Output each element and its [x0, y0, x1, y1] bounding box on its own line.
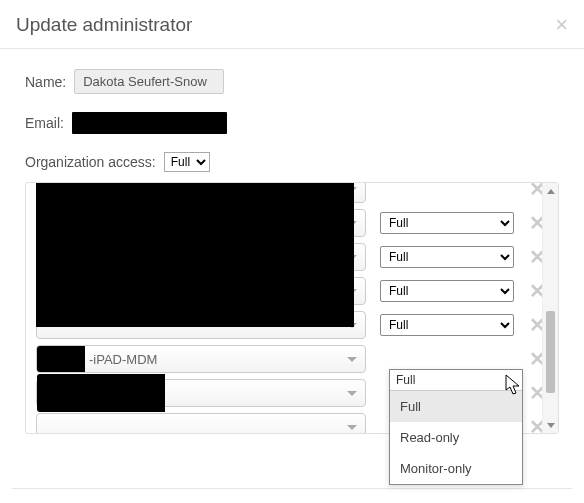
- dropdown-option-full[interactable]: Full: [390, 391, 522, 422]
- email-redacted: [72, 112, 227, 134]
- dropdown-option-readonly[interactable]: Read-only: [390, 422, 522, 453]
- redacted-block: [37, 346, 85, 372]
- scroll-up-icon[interactable]: [543, 183, 558, 199]
- chevron-down-icon: [347, 425, 357, 430]
- permission-select[interactable]: Full: [380, 280, 514, 302]
- name-row: Name:: [25, 69, 559, 94]
- scrollbar[interactable]: [542, 183, 558, 433]
- org-access-select[interactable]: Full: [164, 152, 210, 172]
- permission-select[interactable]: Full: [380, 212, 514, 234]
- org-access-row: Organization access: Full: [25, 152, 559, 172]
- name-label: Name:: [25, 74, 66, 90]
- email-label: Email:: [25, 115, 64, 131]
- network-dropdown[interactable]: [36, 413, 366, 433]
- dialog-title: Update administrator: [16, 14, 192, 36]
- org-access-label: Organization access:: [25, 154, 156, 170]
- scroll-thumb[interactable]: [546, 311, 555, 393]
- name-input[interactable]: [74, 69, 224, 94]
- network-dropdown[interactable]: [36, 379, 366, 407]
- dialog-footer-divider: [12, 488, 572, 489]
- chevron-down-icon: [347, 391, 357, 396]
- dialog-header: Update administrator ×: [0, 0, 584, 49]
- close-icon[interactable]: ×: [555, 14, 568, 36]
- dropdown-option-monitoronly[interactable]: Monitor-only: [390, 453, 522, 484]
- permission-dropdown-open[interactable]: Full Full Read-only Monitor-only: [389, 369, 523, 485]
- permission-select[interactable]: Full: [380, 314, 514, 336]
- permission-select[interactable]: Full: [380, 246, 514, 268]
- redacted-block: [36, 183, 354, 327]
- permission-select-open[interactable]: Full: [390, 370, 522, 391]
- email-row: Email:: [25, 112, 559, 134]
- network-dropdown[interactable]: -iPAD-MDM: [36, 345, 366, 373]
- chevron-down-icon: [347, 357, 357, 362]
- redacted-block: [37, 374, 165, 412]
- scroll-down-icon[interactable]: [543, 417, 558, 433]
